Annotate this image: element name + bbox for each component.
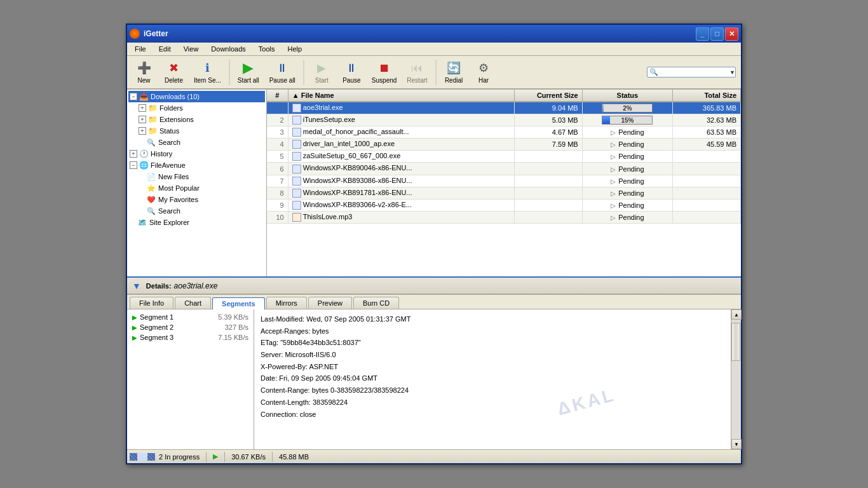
sidebar-item-search-dl[interactable]: Search (128, 137, 265, 148)
file-row-cursize (514, 175, 582, 187)
expand-fileavenue[interactable]: − (130, 161, 137, 169)
tab-mirrors[interactable]: Mirrors (266, 297, 307, 309)
segment-item[interactable]: ▶ Segment 1 5.39 KB/s (130, 312, 251, 322)
expand-extensions[interactable]: + (139, 116, 146, 123)
sidebar-item-downloads[interactable]: − Downloads (10) (128, 91, 265, 102)
col-status-header[interactable]: Status (582, 90, 672, 102)
info-line: Content-Range: bytes 0-383598223/3835982… (261, 384, 724, 396)
menu-downloads[interactable]: Downloads (206, 44, 250, 54)
tab-preview[interactable]: Preview (308, 297, 352, 309)
close-button[interactable]: ✕ (725, 27, 738, 41)
file-row-num: 6 (267, 163, 288, 175)
table-row[interactable]: 5zaSuiteSetup_60_667_000.exe▷Pending (267, 151, 741, 163)
menu-tools[interactable]: Tools (254, 44, 280, 54)
file-table: # ▲ File Name Current Size Status (267, 90, 741, 224)
status-play-icon: ▶ (213, 452, 218, 461)
expand-downloads[interactable]: − (130, 93, 137, 100)
pauseall-button[interactable]: ⏸ Pause all (265, 58, 300, 86)
pauseall-icon: ⏸ (275, 60, 290, 76)
sidebar-item-siteexplorer[interactable]: Site Explorer (128, 217, 265, 228)
tab-fileinfo[interactable]: File Info (130, 297, 173, 309)
tab-segments[interactable]: Segments (212, 297, 265, 309)
toolbar-sep-1 (229, 60, 230, 85)
file-table-scroll[interactable]: # ▲ File Name Current Size Status (267, 90, 741, 255)
sidebar-item-myfavorites[interactable]: My Favorites (128, 194, 265, 205)
segment-name: Segment 1 (140, 313, 218, 321)
maximize-button[interactable]: □ (710, 27, 724, 41)
menu-help[interactable]: Help (282, 44, 307, 54)
minimize-button[interactable]: _ (696, 27, 709, 41)
table-row[interactable]: 8WindowsXP-KB891781-x86-ENU...▷Pending (267, 187, 741, 199)
startall-button[interactable]: ▶ Start all (233, 58, 264, 86)
delete-button[interactable]: ✖ Delete (159, 58, 188, 86)
file-row-status: ▷Pending (582, 199, 672, 211)
tab-bar: File Info Chart Segments Mirrors Preview… (127, 295, 741, 309)
pause-button[interactable]: ⏸ Pause (337, 58, 366, 86)
file-row-totalsize (673, 199, 741, 211)
file-row-totalsize (673, 211, 741, 223)
new-button[interactable]: ➕ New (130, 58, 158, 86)
expand-folders[interactable]: + (139, 104, 146, 112)
table-row[interactable]: 1aoe3trial.exe9.04 MB2%365.83 MB (267, 102, 741, 114)
segments-list: ▶ Segment 1 5.39 KB/s▶ Segment 2 327 B/s… (127, 309, 254, 449)
table-row[interactable]: 6WindowsXP-KB890046-x86-ENU...▷Pending (267, 163, 741, 175)
sidebar-item-newfiles[interactable]: New Files (128, 171, 265, 182)
expand-history[interactable]: + (130, 150, 137, 158)
segment-size: 7.15 KB/s (218, 334, 248, 341)
sidebar-item-extensions[interactable]: + Extensions (128, 114, 265, 125)
sidebar-item-search-fa[interactable]: Search (128, 205, 265, 217)
itemse-button[interactable]: ℹ Item Se... (189, 58, 226, 86)
sidebar-item-mostpopular[interactable]: Most Popular (128, 182, 265, 194)
sidebar-item-status[interactable]: + Status (128, 125, 265, 137)
search-toolbar-input[interactable] (660, 69, 729, 76)
segment-item[interactable]: ▶ Segment 2 327 B/s (130, 322, 251, 332)
delete-icon: ✖ (166, 60, 182, 76)
file-row-status: ▷Pending (582, 126, 672, 139)
table-row[interactable]: 4driver_lan_intel_1000_ap.exe7.59 MB▷Pen… (267, 139, 741, 151)
table-row[interactable]: 10ThisIsLove.mp3▷Pending (267, 211, 741, 223)
file-row-status: ▷Pending (582, 151, 672, 163)
segment-item[interactable]: ▶ Segment 3 7.15 KB/s (130, 332, 251, 342)
start-button[interactable]: ▶ Start (308, 58, 336, 86)
info-scrollbar: ▲ ▼ (731, 309, 741, 449)
table-row[interactable]: 7WindowsXP-KB893086-x86-ENU...▷Pending (267, 175, 741, 187)
redial-button[interactable]: 🔄 Redial (440, 58, 468, 86)
har-button[interactable]: ⚙ Har (470, 58, 498, 86)
menu-view[interactable]: View (179, 44, 204, 54)
col-filename-header[interactable]: ▲ File Name (288, 90, 514, 102)
table-row[interactable]: 9WindowsXP-KB893066-v2-x86-E...▷Pending (267, 199, 741, 211)
har-icon: ⚙ (476, 60, 491, 76)
expand-status[interactable]: + (139, 127, 146, 135)
table-row[interactable]: 3medal_of_honor_pacific_assault...4.67 M… (267, 126, 741, 139)
search-toolbar-arrow[interactable]: ▼ (729, 69, 735, 76)
tab-chart[interactable]: Chart (175, 297, 211, 309)
sidebar-item-folders[interactable]: + Folders (128, 102, 265, 114)
file-row-name: aoe3trial.exe (288, 102, 514, 114)
tab-burncd[interactable]: Burn CD (353, 297, 399, 309)
restart-button[interactable]: ⏮ Restart (402, 58, 431, 86)
history-icon (139, 149, 149, 159)
suspend-button[interactable]: ⏹ Suspend (367, 58, 401, 86)
scrollbar-thumb[interactable] (731, 323, 740, 361)
col-num-header[interactable]: # (267, 90, 288, 102)
scrollbar-down-button[interactable]: ▼ (731, 439, 742, 449)
file-row-cursize (514, 199, 582, 211)
scrollbar-track (731, 320, 741, 439)
menu-file[interactable]: File (130, 44, 151, 54)
siteexplorer-icon (137, 217, 147, 227)
info-line: Date: Fri, 09 Sep 2005 09:45:04 GMT (261, 372, 724, 384)
col-cursize-header[interactable]: Current Size (514, 90, 582, 102)
sidebar-status-label: Status (159, 127, 179, 135)
file-row-status: 2% (582, 102, 672, 114)
menu-edit[interactable]: Edit (154, 44, 176, 54)
tab-content: ▶ Segment 1 5.39 KB/s▶ Segment 2 327 B/s… (127, 309, 741, 449)
newfiles-icon (146, 172, 156, 182)
status-progress-label: 2 In progress (159, 453, 200, 461)
scrollbar-up-button[interactable]: ▲ (731, 309, 742, 320)
file-row-name: ThisIsLove.mp3 (288, 211, 514, 223)
window-controls: _ □ ✕ (696, 27, 738, 41)
table-row[interactable]: 2iTunesSetup.exe5.03 MB15%32.63 MB (267, 114, 741, 126)
col-totalsize-header[interactable]: Total Size (673, 90, 741, 102)
sidebar-item-fileavenue[interactable]: − FileAvenue (128, 159, 265, 171)
sidebar-item-history[interactable]: + History (128, 148, 265, 159)
